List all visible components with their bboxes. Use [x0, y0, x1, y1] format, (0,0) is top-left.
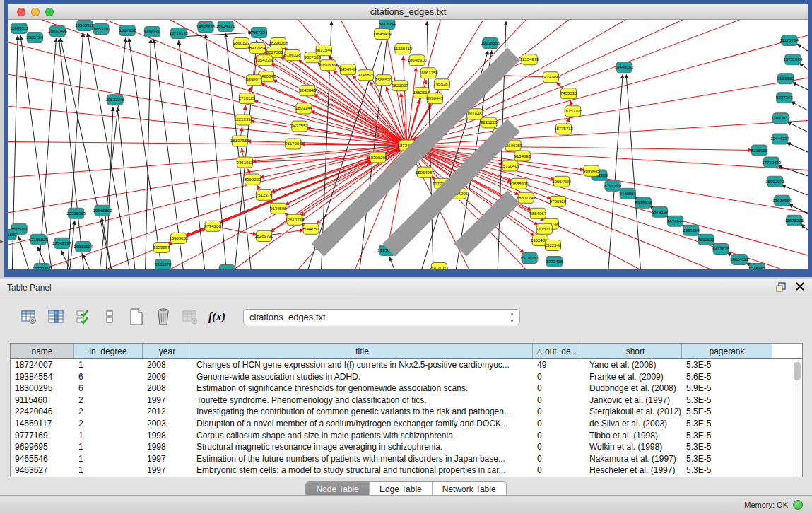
table-toolbar: f(x) citations_edges.txt ▲▼	[20, 308, 520, 326]
application-window: citations_edges.txt 16905511290572420891…	[0, 0, 812, 514]
table-cell: Embryonic stem cells: a model to study s…	[192, 465, 533, 477]
table-vertical-scrollbar[interactable]	[792, 359, 802, 477]
table-cell: 1997	[143, 453, 192, 465]
column-header-pagerank[interactable]: pagerank	[682, 344, 772, 358]
table-cell: 5.3E-5	[682, 359, 772, 371]
table-cell: Estimation of significance thresholds fo…	[192, 382, 533, 395]
table-cell: Wolkin et al. (1998)	[582, 441, 682, 453]
table-cell: Estimation of the future numbers of pati…	[192, 453, 533, 465]
table-cell: 1	[74, 453, 143, 465]
table-cell: Genome-wide association studies in ADHD.	[192, 371, 533, 383]
tab-node-table[interactable]: Node Table	[306, 482, 370, 496]
table-selector-dropdown[interactable]: citations_edges.txt ▲▼	[243, 309, 520, 325]
create-table-icon[interactable]	[127, 308, 146, 326]
table-panel: Table Panel	[0, 279, 812, 495]
window-resize-grip[interactable]	[7, 18, 806, 268]
table-cell: 9465546	[11, 453, 74, 465]
table-cell: Stergiakouli et al. (2012)	[582, 406, 682, 418]
network-canvas[interactable]: 1690551129057242089140619565319106532871…	[8, 20, 808, 269]
table-panel-title: Table Panel	[7, 283, 52, 293]
table-cell: 5.3E-5	[682, 430, 772, 442]
close-panel-icon[interactable]	[795, 281, 805, 296]
table-options-icon[interactable]	[20, 308, 38, 326]
table-cell: 1	[74, 430, 143, 442]
table-row[interactable]: 969969511998Structural magnetic resonanc…	[11, 441, 802, 453]
column-header-year[interactable]: year	[143, 344, 192, 358]
column-header-name[interactable]: name	[11, 344, 74, 358]
table-panel-header[interactable]: Table Panel	[0, 279, 812, 296]
table-cell: 6	[74, 382, 143, 395]
table-cell: Yano et al. (2008)	[582, 359, 682, 371]
table-cell: Tibbo et al. (1998)	[582, 430, 682, 442]
table-cell: 1	[74, 441, 143, 453]
table-cell: 2008	[143, 359, 192, 371]
table-cell: 49	[533, 359, 582, 371]
table-cell: 9115460	[11, 395, 74, 407]
table-cell: 5.3E-5	[682, 441, 772, 453]
table-cell: 1998	[143, 441, 192, 453]
table-cell: 0	[533, 418, 582, 430]
memory-status-label: Memory: OK	[744, 501, 788, 509]
table-cell: 5.3E-5	[682, 453, 772, 465]
table-cell: 2	[74, 395, 143, 407]
table-cell: 9699695	[11, 441, 74, 453]
table-cell: 5.6E-5	[682, 371, 772, 383]
table-row[interactable]: 911546021997Tourette syndrome. Phenomeno…	[11, 395, 802, 407]
table-cell: Hescheler et al. (1997)	[582, 465, 682, 477]
table-cell: 0	[533, 465, 582, 477]
attribute-table: name in_degree year title △out_de... sho…	[10, 343, 803, 477]
column-header-title[interactable]: title	[192, 344, 533, 358]
hidden-panel-arrow[interactable]: ▸	[0, 238, 4, 245]
table-cell: Franke et al. (2009)	[582, 371, 682, 383]
table-cell: 18724007	[11, 359, 74, 371]
tab-network-table[interactable]: Network Table	[433, 482, 506, 496]
table-cell: 1997	[143, 465, 192, 477]
table-row[interactable]: 1830029562008Estimation of significance …	[11, 382, 802, 395]
table-row[interactable]: 977716911998Corpus callosum shape and si…	[11, 430, 802, 442]
table-cell: 9777169	[11, 430, 74, 442]
table-cell: 0	[533, 430, 582, 442]
column-header-short[interactable]: short	[582, 344, 682, 358]
table-body: 1872400712008Changes of HCN gene express…	[11, 359, 802, 477]
delete-table-icon[interactable]	[154, 308, 172, 326]
table-cell: Dudbridge et al. (2008)	[582, 382, 682, 395]
table-cell: 1997	[143, 395, 192, 407]
select-column-icon[interactable]	[47, 308, 65, 326]
table-cell: 0	[533, 371, 582, 383]
table-cell: 2008	[143, 382, 192, 395]
float-panel-icon[interactable]	[775, 281, 787, 296]
table-cell: 2	[74, 418, 143, 430]
column-header-out-degree[interactable]: △out_de...	[533, 344, 582, 358]
show-columns-icon[interactable]	[73, 308, 92, 326]
table-row[interactable]: 2242004622012Investigating the contribut…	[11, 406, 802, 418]
table-cell: 0	[533, 406, 582, 418]
table-row[interactable]: 946554611997Estimation of the future num…	[11, 453, 802, 465]
table-cell: 6	[74, 371, 143, 383]
table-cell: Nakamura et al. (1997)	[582, 453, 682, 465]
table-cell: de Silva et al. (2003)	[582, 418, 682, 430]
tab-edge-table[interactable]: Edge Table	[370, 482, 433, 496]
table-cell: 0	[533, 395, 582, 407]
table-row[interactable]: 1938455462009Genome-wide association stu…	[11, 371, 802, 383]
scrollbar-thumb[interactable]	[794, 362, 801, 380]
table-cell: 0	[533, 382, 582, 395]
table-cell: 1	[74, 465, 143, 477]
table-cell: Corpus callosum shape and size in male p…	[192, 430, 533, 442]
table-row[interactable]: 1456911722003Disruption of a novel membe…	[11, 418, 802, 430]
sort-ascending-icon: △	[536, 347, 542, 355]
function-builder-icon[interactable]: f(x)	[208, 308, 226, 326]
network-view-window[interactable]: citations_edges.txt 16905511290572420891…	[4, 0, 812, 277]
table-cell: 1	[74, 359, 143, 371]
network-window-titlebar[interactable]: citations_edges.txt	[8, 4, 808, 20]
table-row[interactable]: 946362711997Embryonic stem cells: a mode…	[11, 465, 802, 477]
table-row[interactable]: 1872400712008Changes of HCN gene express…	[11, 359, 802, 371]
table-cell: 0	[533, 453, 582, 465]
table-cell: 18300295	[11, 382, 74, 395]
table-cell: 5.5E-5	[682, 406, 772, 418]
row-layout-icon[interactable]	[100, 308, 119, 326]
graph-node-label: 9560991	[218, 268, 235, 269]
table-cell: 2003	[143, 418, 192, 430]
table-cell: 1998	[143, 430, 192, 442]
memory-status-indicator[interactable]	[793, 500, 803, 510]
column-header-in-degree[interactable]: in_degree	[74, 344, 143, 358]
